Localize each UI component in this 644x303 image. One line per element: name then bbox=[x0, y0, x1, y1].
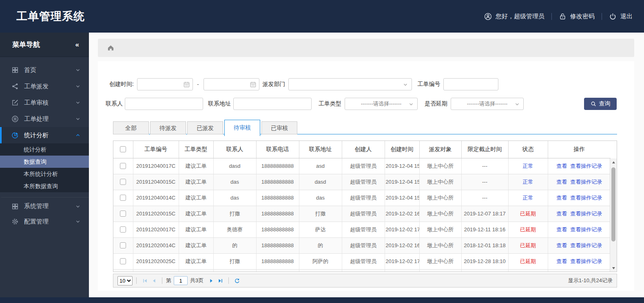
cell: 2019-12-02 17 bbox=[385, 222, 419, 237]
prev-page-button[interactable] bbox=[149, 276, 158, 285]
sidebar-item-统计分析[interactable]: 统计分析 bbox=[0, 127, 89, 143]
view-log-link[interactable]: 查看操作记录 bbox=[570, 195, 602, 201]
order-no-field[interactable] bbox=[443, 78, 498, 90]
next-page-button[interactable] bbox=[207, 276, 216, 285]
logout-button[interactable]: 退出 bbox=[609, 13, 633, 20]
tab-待审核[interactable]: 待审核 bbox=[224, 120, 260, 136]
search-icon bbox=[591, 101, 596, 107]
tab-全部[interactable]: 全部 bbox=[113, 121, 149, 134]
chevron-down-icon bbox=[514, 101, 520, 107]
first-page-button[interactable] bbox=[140, 276, 149, 285]
view-link[interactable]: 查看 bbox=[556, 163, 567, 169]
select-all-checkbox[interactable] bbox=[120, 146, 126, 152]
view-log-link[interactable]: 查看操作记录 bbox=[570, 242, 602, 248]
logout-label: 退出 bbox=[620, 13, 633, 20]
header-user-area: 您好，超级管理员 修改密码 退出 bbox=[484, 13, 633, 20]
sidebar-item-工单审核[interactable]: 工单审核 bbox=[0, 94, 89, 111]
view-log-link[interactable]: 查看操作记录 bbox=[570, 179, 602, 185]
home-icon[interactable] bbox=[107, 44, 115, 52]
status-badge: 已延期 bbox=[520, 258, 536, 264]
actions-cell: 查看查看操作记录 bbox=[548, 222, 611, 237]
view-log-link[interactable]: 查看操作记录 bbox=[570, 258, 602, 264]
status-badge: 正常 bbox=[523, 179, 533, 185]
edit-icon bbox=[11, 99, 19, 106]
sidebar-collapse-icon[interactable]: « bbox=[75, 41, 78, 49]
submenu-item-统计分析[interactable]: 统计分析 bbox=[0, 143, 89, 156]
cell: 201912040015C bbox=[133, 174, 179, 190]
page-size-select[interactable]: 10 bbox=[117, 276, 133, 285]
row-checkbox[interactable] bbox=[120, 163, 126, 169]
calendar-icon[interactable] bbox=[250, 81, 257, 88]
cell: 奥德赛 bbox=[213, 222, 256, 237]
cell: 打撒 bbox=[213, 206, 256, 222]
column-header-工单类型: 工单类型 bbox=[179, 141, 213, 158]
sidebar-item-工单处理[interactable]: 工单处理 bbox=[0, 111, 89, 127]
user-greeting[interactable]: 您好，超级管理员 bbox=[484, 13, 544, 20]
refresh-button[interactable] bbox=[232, 276, 241, 285]
tab-已审核[interactable]: 已审核 bbox=[261, 121, 297, 134]
column-header-派发对象: 派发对象 bbox=[419, 141, 461, 158]
view-log-link[interactable]: 查看操作记录 bbox=[570, 226, 602, 233]
row-checkbox[interactable] bbox=[120, 242, 126, 248]
submenu-item-数据查询[interactable]: 数据查询 bbox=[0, 156, 89, 168]
tab-已派发[interactable]: 已派发 bbox=[187, 121, 223, 134]
row-checkbox[interactable] bbox=[120, 179, 126, 185]
view-link[interactable]: 查看 bbox=[556, 195, 567, 201]
greeting-text: 您好，超级管理员 bbox=[496, 13, 544, 20]
vertical-scrollbar[interactable] bbox=[610, 158, 617, 272]
view-link[interactable]: 查看 bbox=[556, 242, 567, 248]
chevron-down-icon bbox=[408, 101, 414, 107]
delay-select[interactable]: -------请选择------- bbox=[451, 98, 524, 110]
view-log-link[interactable]: 查看操作记录 bbox=[570, 211, 602, 217]
submenu-item-本所统计分析[interactable]: 本所统计分析 bbox=[0, 168, 89, 180]
submenu-item-本所数据查询[interactable]: 本所数据查询 bbox=[0, 180, 89, 192]
view-log-link[interactable]: 查看操作记录 bbox=[570, 163, 602, 169]
date-from-field[interactable] bbox=[137, 78, 193, 90]
actions-cell: 查看查看操作记录 bbox=[548, 158, 611, 174]
cell: das bbox=[299, 190, 342, 206]
cell: 18888888888 bbox=[256, 222, 299, 237]
row-checkbox[interactable] bbox=[120, 195, 126, 201]
page-number-input[interactable] bbox=[174, 276, 188, 285]
change-password-button[interactable]: 修改密码 bbox=[559, 13, 595, 20]
table-row: 201912040017C建议工单dasd18888888888asd超级管理员… bbox=[113, 158, 611, 174]
table-body: 201912040017C建议工单dasd18888888888asd超级管理员… bbox=[113, 158, 611, 272]
sidebar-item-首页[interactable]: 首页 bbox=[0, 62, 89, 78]
cell: 201912020015C bbox=[133, 206, 179, 222]
row-checkbox[interactable] bbox=[120, 226, 126, 233]
view-link[interactable]: 查看 bbox=[556, 179, 567, 185]
contact-input[interactable] bbox=[125, 98, 203, 110]
cell: 打撒 bbox=[213, 253, 256, 269]
cell: 18888888888 bbox=[256, 174, 299, 190]
scroll-down-arrow[interactable] bbox=[610, 265, 617, 271]
cell: 墩上中心所 bbox=[419, 190, 461, 206]
cell bbox=[133, 269, 179, 272]
order-no-input[interactable] bbox=[444, 79, 498, 90]
dispatch-dept-select[interactable] bbox=[288, 78, 412, 90]
sidebar-item-系统管理[interactable]: 系统管理 bbox=[0, 197, 89, 213]
sidebar-item-工单派发[interactable]: 工单派发 bbox=[0, 78, 89, 94]
search-button[interactable]: 查询 bbox=[584, 98, 617, 110]
scrollbar-thumb[interactable] bbox=[611, 167, 615, 242]
content-panel: 创建时间: - 派发部门 工单编号 bbox=[98, 61, 634, 291]
last-page-button[interactable] bbox=[216, 276, 225, 285]
address-input[interactable] bbox=[234, 98, 311, 110]
row-select-cell bbox=[113, 174, 133, 190]
date-to-field[interactable] bbox=[204, 78, 259, 90]
contact-label: 联系人 bbox=[106, 100, 123, 108]
status-badge: 正常 bbox=[523, 163, 533, 169]
view-link[interactable]: 查看 bbox=[556, 211, 567, 217]
order-type-select[interactable]: -------请选择------- bbox=[345, 98, 418, 110]
address-field[interactable] bbox=[233, 98, 312, 110]
sidebar-item-配置管理[interactable]: 配置管理 bbox=[0, 213, 89, 230]
contact-field[interactable] bbox=[125, 98, 203, 110]
tab-待派发[interactable]: 待派发 bbox=[150, 121, 186, 134]
row-checkbox[interactable] bbox=[120, 211, 126, 217]
row-select-cell bbox=[113, 269, 133, 272]
view-link[interactable]: 查看 bbox=[556, 226, 567, 233]
row-checkbox[interactable] bbox=[120, 258, 126, 264]
cell: --- bbox=[461, 190, 508, 206]
view-link[interactable]: 查看 bbox=[556, 258, 567, 264]
calendar-icon[interactable] bbox=[183, 81, 190, 88]
scroll-up-arrow[interactable] bbox=[610, 159, 617, 165]
